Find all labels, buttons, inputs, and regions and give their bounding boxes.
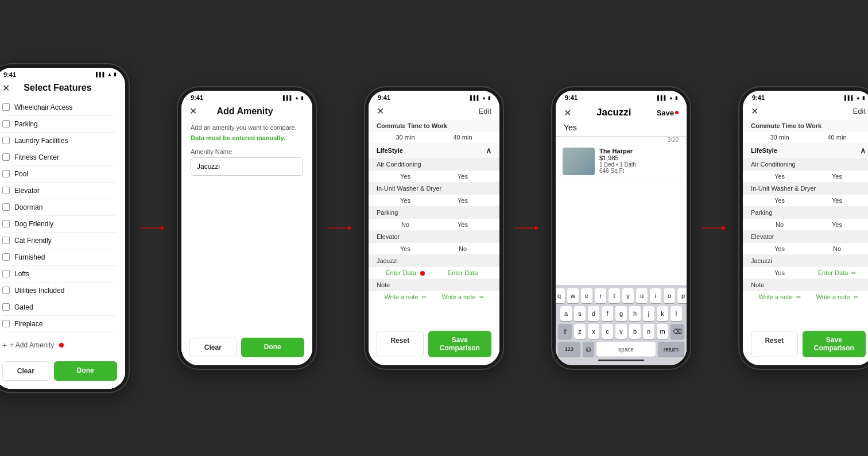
checkbox-dog[interactable]	[2, 220, 10, 227]
key-v[interactable]: v	[615, 324, 627, 339]
num-key[interactable]: 123	[558, 342, 580, 357]
col1-note[interactable]: Write a note ✏	[377, 293, 434, 300]
key-c[interactable]: c	[602, 324, 613, 339]
clear-button-1[interactable]: Clear	[2, 361, 49, 381]
note-values: Write a note ✏ Write a note ✏	[369, 291, 499, 303]
reset-button-3[interactable]: Reset	[377, 331, 424, 357]
checkbox-elevator[interactable]	[2, 187, 10, 194]
key-a[interactable]: a	[560, 306, 572, 321]
edit-button-3[interactable]: Edit	[479, 107, 491, 115]
close-button-3[interactable]: ✕	[377, 106, 384, 117]
key-p[interactable]: p	[677, 288, 687, 303]
key-z[interactable]: z	[574, 324, 586, 339]
feature-fitness[interactable]: Fitness Center	[2, 149, 117, 166]
clear-button-2[interactable]: Clear	[189, 338, 237, 357]
key-r[interactable]: r	[595, 288, 606, 303]
close-button-4[interactable]: ✕	[564, 107, 571, 118]
key-t[interactable]: t	[609, 288, 620, 303]
checkbox-fitness[interactable]	[2, 153, 10, 161]
feature-gated[interactable]: Gated	[2, 299, 117, 316]
emoji-key[interactable]: ☺	[583, 342, 595, 357]
feature-cat[interactable]: Cat Friendly	[2, 233, 117, 249]
feature-dog[interactable]: Dog Friendly	[2, 216, 117, 233]
done-button-2[interactable]: Done	[241, 338, 304, 357]
col2-jacuzzi[interactable]: Enter Data	[434, 269, 491, 276]
shift-key[interactable]: ⇧	[558, 324, 572, 339]
edit-button-5[interactable]: Edit	[853, 107, 866, 115]
key-b[interactable]: b	[629, 324, 641, 339]
feature-elevator[interactable]: Elevator	[2, 183, 117, 199]
close-button-2[interactable]: ✕	[189, 106, 197, 117]
feature-wheelchair[interactable]: Wheelchair Access	[2, 99, 117, 116]
bottom-buttons-1: Clear Done	[0, 355, 125, 389]
key-e[interactable]: e	[581, 288, 592, 303]
feature-parking[interactable]: Parking	[2, 116, 117, 133]
key-i[interactable]: i	[650, 288, 661, 303]
checkbox-pool[interactable]	[2, 170, 10, 177]
collapse-icon[interactable]: ∧	[486, 146, 491, 155]
save-comparison-button-3[interactable]: Save Comparison	[428, 331, 491, 357]
feature-furnished[interactable]: Furnished	[2, 249, 117, 266]
screen-2: ✕ Add Amenity Add an amenity you want to…	[181, 102, 312, 365]
checkbox-furnished[interactable]	[2, 253, 10, 261]
feature-fireplace[interactable]: Fireplace	[2, 316, 117, 333]
checkbox-lofts[interactable]	[2, 270, 10, 277]
key-y[interactable]: y	[622, 288, 634, 303]
key-g[interactable]: g	[615, 306, 627, 321]
checkbox-cat[interactable]	[2, 237, 10, 244]
collapse-icon-5[interactable]: ∧	[860, 146, 866, 155]
key-d[interactable]: d	[588, 306, 599, 321]
close-button-5[interactable]: ✕	[751, 106, 758, 117]
key-u[interactable]: u	[636, 288, 648, 303]
feature-doorman[interactable]: Doorman	[2, 199, 117, 216]
key-n[interactable]: n	[643, 324, 654, 339]
checkbox-parking[interactable]	[2, 120, 10, 127]
checkbox-fireplace[interactable]	[2, 320, 10, 327]
key-h[interactable]: h	[629, 306, 641, 321]
key-o[interactable]: o	[664, 288, 675, 303]
col2-washer: Yes	[434, 197, 491, 204]
key-q[interactable]: q	[556, 288, 565, 303]
delete-key[interactable]: ⌫	[671, 324, 684, 339]
col1-jacuzzi[interactable]: Enter Data	[377, 269, 434, 276]
save-button-4[interactable]: Save	[657, 109, 679, 117]
amenity-name-input[interactable]	[191, 157, 303, 176]
feature-lofts[interactable]: Lofts	[2, 266, 117, 283]
checkbox-gated[interactable]	[2, 303, 10, 311]
space-key[interactable]: space	[596, 342, 656, 357]
reset-button-5[interactable]: Reset	[751, 331, 798, 357]
feature-label-pool: Pool	[14, 170, 28, 178]
done-button-1[interactable]: Done	[54, 361, 117, 381]
feature-laundry[interactable]: Laundry Facilities	[2, 133, 117, 149]
checkbox-utilities[interactable]	[2, 287, 10, 294]
key-w[interactable]: w	[567, 288, 579, 303]
jacuzzi-input[interactable]: Yes	[556, 121, 687, 137]
apt-price: $1,985	[599, 154, 680, 161]
ac-values: Yes Yes	[369, 171, 499, 182]
checkbox-doorman[interactable]	[2, 203, 10, 211]
col2-note[interactable]: Write a note ✏	[434, 293, 491, 300]
checkbox-laundry[interactable]	[2, 137, 10, 144]
time-4: 9:41	[565, 94, 578, 101]
key-l[interactable]: l	[671, 306, 682, 321]
key-s[interactable]: s	[574, 306, 586, 321]
key-k[interactable]: k	[657, 306, 668, 321]
col2-note-5[interactable]: Write a note ✏	[808, 293, 866, 300]
col1-note-5[interactable]: Write a note ✏	[751, 293, 808, 300]
add-amenity-row[interactable]: + + Add Amenity	[0, 335, 125, 355]
status-icons-2: ▌▌▌ ▲ ▮	[283, 95, 303, 101]
ac-values-5: Yes Yes	[743, 171, 868, 182]
close-button-1[interactable]: ✕	[2, 83, 10, 94]
key-f[interactable]: f	[602, 306, 613, 321]
save-comparison-button-5[interactable]: Save Comparison	[803, 331, 866, 357]
col2-jacuzzi-5[interactable]: Enter Data ✏	[808, 269, 866, 276]
key-m[interactable]: m	[657, 324, 668, 339]
feature-utilities[interactable]: Utilities Included	[2, 283, 117, 299]
key-x[interactable]: x	[588, 324, 599, 339]
key-j[interactable]: j	[643, 306, 654, 321]
checkbox-wheelchair[interactable]	[2, 103, 10, 111]
feature-pool[interactable]: Pool	[2, 166, 117, 183]
jacuzzi-label: Jacuzzi	[369, 254, 499, 267]
jacuzzi-header: ✕ Jacuzzi Save	[556, 102, 687, 121]
return-key[interactable]: return	[658, 342, 684, 357]
